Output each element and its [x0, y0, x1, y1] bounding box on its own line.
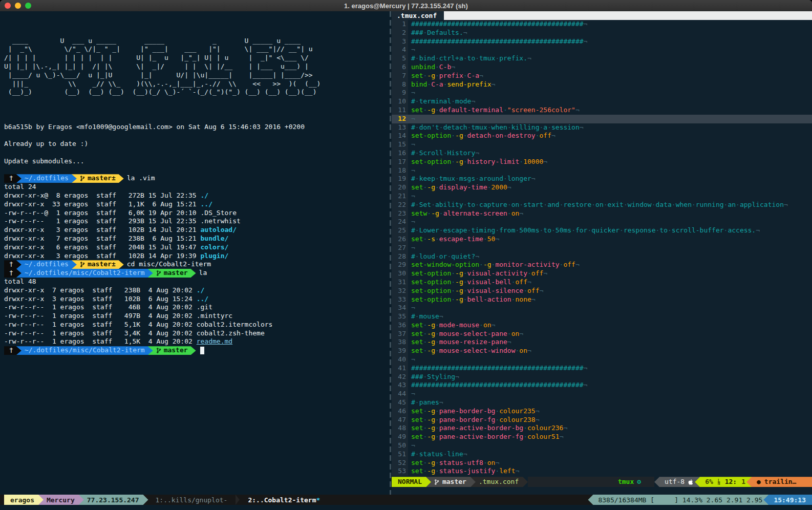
- file-name: .DS_Store: [201, 209, 237, 217]
- vim-line-text: #·loud·or·quiet?¬: [408, 252, 479, 261]
- vim-line: 15¬: [392, 140, 812, 149]
- vim-buffer[interactable]: 1#######################################…: [392, 20, 812, 476]
- prompt-branch-segment: master: [148, 269, 196, 278]
- vim-line: 25#·Lower·escape·timing·from·500ms·to·50…: [392, 226, 812, 235]
- directory-name: autoload/: [201, 226, 237, 233]
- listing-columns: drwxr-xr-x 3 eragos staff 102B 14 Jul 20…: [4, 226, 201, 233]
- vim-line-text: ¬: [408, 304, 415, 312]
- warning-dot-icon: ●: [757, 478, 761, 486]
- vim-line: 14set-option·-g·detach-on-destroy·off¬: [392, 132, 812, 140]
- vim-line-text: set·-g·display-time·2000¬: [408, 183, 511, 192]
- vim-line: 30set-option·-g·visual-activity·off¬: [392, 269, 812, 278]
- vim-line: 36set·-g·mode-mouse·on¬: [392, 321, 812, 330]
- vim-line-text: set·-g·status-justify·left¬: [408, 467, 519, 476]
- listing-columns: drwxr-xr-x 3 eragos staff 102B 6 Aug 15:…: [4, 295, 197, 303]
- blank-line: [4, 148, 390, 157]
- line-number: 31: [392, 278, 408, 287]
- vim-line: 7set·-g·prefix·C-a¬: [392, 72, 812, 80]
- file-listing-row: drwxr-xr-x 33 eragos staff 1,1K 6 Aug 15…: [4, 200, 390, 209]
- listing-columns: -rw-r--r-- 1 eragos staff 497B 4 Aug 20:…: [4, 312, 197, 320]
- window-title: 1. eragos@Mercury | 77.23.155.247 (sh): [0, 2, 812, 10]
- vim-line: 12¬: [392, 115, 812, 123]
- file-listing-row: drwxr-xr-x 3 eragos staff 102B 14 Apr 19…: [4, 252, 390, 261]
- encoding-label: utf-8: [665, 478, 685, 486]
- vim-line-text: set-option·-g·visual-silence·off¬: [408, 287, 543, 295]
- cursor-column: 1: [741, 478, 745, 486]
- vim-tab-filename[interactable]: .tmux.conf: [392, 11, 444, 20]
- line-number: 49: [392, 433, 408, 441]
- vim-line: 41######################################…: [392, 364, 812, 373]
- file-link[interactable]: readme.md: [197, 337, 232, 345]
- line-number: 51: [392, 450, 408, 459]
- line-number: 25: [392, 226, 408, 235]
- vim-line-text: #·terminal·mode¬: [408, 97, 475, 106]
- file-listing-row: drwxr-xr-x 7 eragos staff 238B 4 Aug 20:…: [4, 286, 390, 295]
- file-name: cobalt2.zsh-theme: [197, 329, 265, 337]
- vim-line-text: ###·Styling¬: [408, 373, 459, 381]
- cursor-line: 12:: [725, 478, 737, 486]
- line-number: 18: [392, 166, 408, 175]
- vim-line-text: set-option·-g·visual-bell·off¬: [408, 278, 531, 287]
- line-number: 53: [392, 467, 408, 476]
- line-number: 8: [392, 80, 408, 89]
- line-number: 37: [392, 330, 408, 338]
- vim-line-text: ¬: [408, 218, 415, 226]
- tmux-window-1[interactable]: 1:..kills/gnuplot-: [148, 495, 235, 505]
- vim-line-text: set-option·-g·bell-action·none¬: [408, 295, 536, 304]
- tmux-pane-border[interactable]: [390, 11, 391, 495]
- vim-line: 6unbind·C-b¬: [392, 63, 812, 72]
- line-number: 43: [392, 381, 408, 390]
- vim-line: 27¬: [392, 244, 812, 252]
- line-number: 36: [392, 321, 408, 330]
- vim-line: 35#·mouse¬: [392, 312, 812, 321]
- vim-line-text: ########################################…: [408, 37, 587, 46]
- line-number: 16: [392, 149, 408, 158]
- vim-command-line: [392, 487, 812, 495]
- vim-line: 38set·-g·mouse-resize-pane¬: [392, 338, 812, 347]
- line-number: 50: [392, 441, 408, 450]
- vim-line: 20set·-g·display-time·2000¬: [392, 183, 812, 192]
- vim-line: 4¬: [392, 46, 812, 54]
- line-number: 30: [392, 269, 408, 278]
- warning-label: trailin…: [764, 478, 797, 486]
- vim-line: 43######################################…: [392, 381, 812, 390]
- command-text: la .vim: [127, 174, 155, 183]
- shell-prompt-line: †~/.dotfiles/misc/Cobalt2-itermmaster: [4, 346, 390, 355]
- vim-line: 3#######################################…: [392, 37, 812, 46]
- blank-line: [4, 166, 390, 175]
- vim-line: 42###·Styling¬: [392, 373, 812, 381]
- vim-line: 50¬: [392, 441, 812, 450]
- listing-columns: -rw-r--r-- 1 eragos staff 1,5K 4 Aug 20:…: [4, 337, 197, 345]
- vim-line: 47set·-g·pane-border-fg·colour238¬: [392, 416, 812, 424]
- vim-line-text: ########################################…: [408, 381, 587, 390]
- vim-line-text: #·mouse¬: [408, 312, 443, 321]
- git-branch-icon: [434, 479, 439, 485]
- shell-pane[interactable]: ____ U ___ u _____ _____ _ U _____ u ___…: [0, 11, 390, 495]
- vim-line: 28#·loud·or·quiet?¬: [392, 252, 812, 261]
- line-number: 48: [392, 424, 408, 433]
- file-listing-row: drwxr-xr-x@ 8 eragos staff 272B 15 Jul 2…: [4, 192, 390, 200]
- listing-columns: -rw-r--r-- 1 eragos staff 293B 15 Jul 22…: [4, 217, 201, 225]
- line-number: 44: [392, 390, 408, 398]
- terminal-cursor[interactable]: [200, 347, 204, 354]
- vim-pane[interactable]: .tmux.conf 1############################…: [392, 11, 812, 495]
- listing-columns: drwxr-xr-x 3 eragos staff 102B 14 Apr 19…: [4, 252, 201, 260]
- line-number: 40: [392, 355, 408, 364]
- terminal-text-line: b6a515b by Eragos <mfo1009@googlemail.co…: [4, 123, 390, 132]
- vim-line: 52set·-g·status-utf8·on¬: [392, 459, 812, 468]
- line-number: 39: [392, 347, 408, 355]
- vim-mode-indicator: NORMAL: [392, 477, 431, 487]
- line-number: 47: [392, 416, 408, 424]
- prompt-path-segment: ~/.dotfiles: [16, 174, 77, 183]
- vim-line-text: ¬: [408, 441, 415, 450]
- line-number-icon: LN: [718, 480, 720, 485]
- tmux-window-2[interactable]: 2:..Cobalt2-iterm*: [241, 495, 327, 505]
- line-number: 6: [392, 63, 408, 72]
- vim-line-text: #·Set·ability·to·capture·on·start·and·re…: [408, 201, 788, 209]
- vim-line: 10#·terminal·mode¬: [392, 97, 812, 106]
- vim-line: 1#######################################…: [392, 20, 812, 29]
- directory-name: colors/: [201, 243, 229, 251]
- file-listing-row: -rw-r--r-- 1 eragos staff 3,4K 4 Aug 20:…: [4, 329, 390, 338]
- command-text: la: [199, 269, 207, 278]
- vim-line-text: ¬: [408, 166, 415, 175]
